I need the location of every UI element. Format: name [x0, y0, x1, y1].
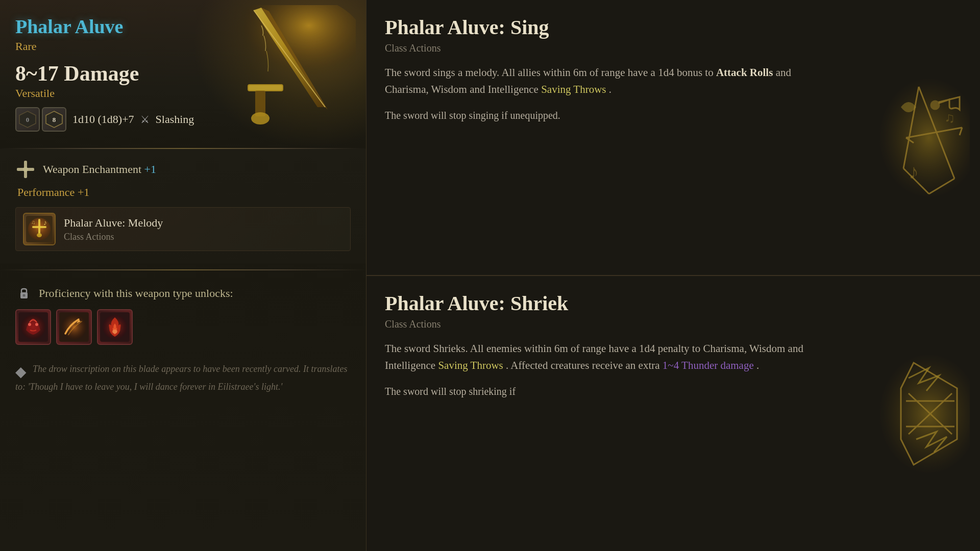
performance-row: Performance +1	[15, 186, 351, 199]
ability-card-shriek: Phalar Aluve: Shriek Class Actions The s…	[366, 276, 980, 551]
svg-point-32	[112, 330, 117, 334]
enchantment-row: Weapon Enchantment +1	[15, 159, 351, 180]
slash-type: Slashing	[156, 113, 194, 126]
sing-rune-icon: ♪ ♫	[827, 77, 970, 199]
stats-section: Weapon Enchantment +1 Performance +1	[0, 149, 366, 263]
action-item-title: Phalar Aluve: Melody	[64, 216, 163, 230]
svg-point-41	[931, 101, 939, 109]
sing-card-decoration: ♪ ♫	[817, 0, 980, 275]
dice-badges: 0 8	[15, 107, 66, 132]
sing-card-desc: The sword sings a melody. All allies wit…	[385, 64, 803, 97]
item-header: Phalar Aluve Rare 8~17 Damage Versatile …	[0, 0, 366, 148]
dice-badge-eight: 8	[42, 107, 66, 132]
shriek-card-note: The sword will stop shrieking if	[385, 384, 803, 399]
prof-icon-1	[15, 309, 51, 345]
thunder-damage-highlight: 1~4 Thunder damage	[663, 359, 754, 371]
ability-card-sing: ♪ ♫ Phalar Aluve: Sing Class Actions The…	[366, 0, 980, 276]
proficiency-title: Proficiency with this weapon type unlock…	[15, 285, 351, 302]
slash-icon: ⚔	[140, 113, 150, 126]
action-item-subtitle: Class Actions	[64, 232, 163, 242]
divider-2	[0, 269, 366, 270]
prof-icon-2	[56, 309, 92, 345]
svg-text:♫: ♫	[944, 110, 955, 126]
prof-icon-3	[97, 309, 133, 345]
svg-text:♪: ♪	[909, 160, 919, 183]
item-name: Phalar Aluve	[15, 15, 351, 38]
shriek-rune-icon	[827, 353, 970, 475]
action-text-group: Phalar Aluve: Melody Class Actions	[64, 216, 163, 242]
damage-type: Versatile	[15, 87, 351, 100]
performance-bonus: +1	[78, 186, 89, 198]
svg-text:♫: ♫	[31, 219, 35, 225]
svg-point-23	[23, 294, 26, 297]
right-panel: ♪ ♫ Phalar Aluve: Sing Class Actions The…	[366, 0, 980, 551]
left-panel: Phalar Aluve Rare 8~17 Damage Versatile …	[0, 0, 366, 551]
enchantment-label: Weapon Enchantment +1	[43, 163, 156, 176]
svg-text:8: 8	[53, 116, 56, 123]
shriek-card-desc: The sword Shrieks. All enemies within 6m…	[385, 340, 803, 373]
dice-badge-zero: 0	[15, 107, 40, 132]
lore-section: ◆ The drow inscription on this blade app…	[0, 362, 366, 404]
action-icon: ♪ ♫	[23, 213, 56, 245]
damage-value: 8~17 Damage	[15, 61, 351, 86]
svg-point-33	[878, 77, 970, 199]
action-item: ♪ ♫ Phalar Aluve: Melody Class Actions	[15, 207, 351, 251]
svg-point-27	[35, 323, 38, 326]
shriek-card-decoration	[817, 276, 980, 551]
enchantment-bonus: +1	[144, 163, 156, 176]
shriek-saving-throws: Saving Throws	[438, 359, 503, 371]
svg-point-14	[23, 167, 28, 172]
proficiency-lock-icon	[15, 285, 33, 302]
lore-diamond-icon: ◆	[15, 363, 27, 380]
proficiency-section: Proficiency with this weapon type unlock…	[0, 277, 366, 362]
dice-row: 0 8 1d10 (1d8)+7 ⚔ Slashing	[15, 107, 351, 132]
lore-text: The drow inscription on this blade appea…	[15, 364, 348, 392]
dice-text: 1d10 (1d8)+7	[72, 113, 134, 126]
enchantment-icon	[15, 159, 36, 180]
svg-text:♪: ♪	[43, 219, 47, 227]
item-rarity: Rare	[15, 40, 351, 53]
svg-point-26	[28, 323, 31, 326]
attack-rolls-highlight: Attack Rolls	[716, 66, 773, 79]
svg-point-19	[37, 233, 42, 237]
saving-throws-highlight: Saving Throws	[541, 83, 606, 95]
sing-card-note: The sword will stop singing if unequippe…	[385, 108, 803, 123]
proficiency-icons-row	[15, 309, 351, 345]
svg-text:0: 0	[26, 116, 30, 123]
